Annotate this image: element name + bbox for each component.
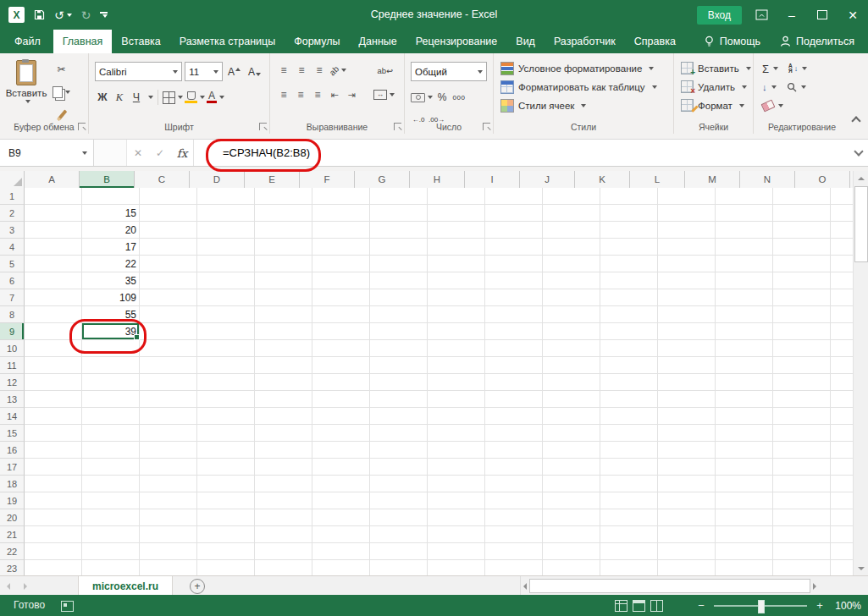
cell-E1[interactable]	[255, 188, 312, 205]
cell-D10[interactable]	[197, 340, 255, 357]
cell-C8[interactable]	[140, 306, 197, 323]
cell-E10[interactable]	[255, 340, 312, 357]
cell-I23[interactable]	[485, 560, 543, 575]
cell-L7[interactable]	[658, 289, 716, 306]
row-header-4[interactable]: 4	[0, 239, 25, 256]
cell-L6[interactable]	[658, 272, 716, 289]
row-header-20[interactable]: 20	[0, 509, 25, 526]
cell-I10[interactable]	[485, 340, 543, 357]
cell-G11[interactable]	[370, 357, 428, 374]
redo-button[interactable]: ↻	[81, 8, 91, 22]
cell-B4[interactable]: 17	[82, 239, 140, 256]
cell-C16[interactable]	[140, 442, 197, 459]
cell-D13[interactable]	[197, 391, 255, 408]
cell-H20[interactable]	[428, 509, 485, 526]
alignment-dialog-launcher[interactable]	[394, 123, 401, 130]
cell-L16[interactable]	[658, 442, 716, 459]
cell-I22[interactable]	[485, 543, 543, 560]
cell-H22[interactable]	[428, 543, 485, 560]
font-color-button[interactable]: А	[207, 89, 224, 106]
close-button[interactable]: ✕	[838, 0, 868, 30]
cell-C7[interactable]	[140, 289, 197, 306]
cell-C21[interactable]	[140, 526, 197, 543]
cell-D7[interactable]	[197, 289, 255, 306]
cell-K23[interactable]	[600, 560, 658, 575]
cell-B3[interactable]: 20	[82, 222, 140, 239]
vertical-scroll-thumb[interactable]	[854, 186, 868, 262]
cell-E8[interactable]	[255, 306, 312, 323]
collapse-ribbon-button[interactable]	[849, 113, 863, 125]
cell-B6[interactable]: 35	[82, 272, 140, 289]
cell-M14[interactable]	[716, 408, 773, 425]
cell-K3[interactable]	[600, 222, 658, 239]
cell-I1[interactable]	[485, 188, 543, 205]
cell-H9[interactable]	[428, 323, 485, 340]
cell-F4[interactable]	[312, 239, 370, 256]
delete-cells-button[interactable]: Удалить	[681, 78, 753, 96]
cell-O6[interactable]	[831, 272, 854, 289]
row-header-12[interactable]: 12	[0, 374, 25, 391]
cell-D21[interactable]	[197, 526, 255, 543]
cell-L22[interactable]	[658, 543, 716, 560]
cell-N12[interactable]	[773, 374, 831, 391]
cell-O23[interactable]	[831, 560, 854, 575]
fill-button[interactable]: ↓	[762, 82, 777, 92]
cell-L12[interactable]	[658, 374, 716, 391]
sheet-grid[interactable]: 1215320417522635710985593910111213141516…	[0, 188, 854, 575]
cell-K5[interactable]	[600, 256, 658, 272]
cell-G21[interactable]	[370, 526, 428, 543]
align-right-button[interactable]: ≡	[310, 86, 325, 103]
cell-E12[interactable]	[255, 374, 312, 391]
clear-button[interactable]	[762, 102, 783, 110]
cell-B8[interactable]: 55	[82, 306, 140, 323]
cell-H4[interactable]	[428, 239, 485, 256]
cell-D17[interactable]	[197, 459, 255, 476]
cell-E13[interactable]	[255, 391, 312, 408]
cell-A6[interactable]	[25, 272, 82, 289]
cell-F13[interactable]	[312, 391, 370, 408]
zoom-level[interactable]: 100%	[832, 600, 861, 612]
cell-I9[interactable]	[485, 323, 543, 340]
cell-J14[interactable]	[543, 408, 600, 425]
cell-N14[interactable]	[773, 408, 831, 425]
cell-K7[interactable]	[600, 289, 658, 306]
column-header-G[interactable]: G	[355, 171, 410, 188]
name-box-dropdown-icon[interactable]	[82, 151, 87, 155]
cell-N6[interactable]	[773, 272, 831, 289]
align-left-button[interactable]: ≡	[276, 86, 291, 103]
cell-B11[interactable]	[82, 357, 140, 374]
percent-style-button[interactable]: %	[434, 89, 450, 106]
macro-record-icon[interactable]	[61, 601, 74, 612]
format-cells-button[interactable]: Формат	[681, 96, 753, 114]
cell-E7[interactable]	[255, 289, 312, 306]
cell-J3[interactable]	[543, 222, 600, 239]
cell-J22[interactable]	[543, 543, 600, 560]
cell-I2[interactable]	[485, 205, 543, 222]
page-layout-view-button[interactable]	[633, 600, 645, 612]
cell-H21[interactable]	[428, 526, 485, 543]
sheet-tab-active[interactable]: microexcel.ru	[78, 576, 173, 596]
align-bottom-button[interactable]: ≡	[312, 62, 327, 79]
cell-C19[interactable]	[140, 492, 197, 509]
cell-B14[interactable]	[82, 408, 140, 425]
cell-N17[interactable]	[773, 459, 831, 476]
cell-D14[interactable]	[197, 408, 255, 425]
cell-M1[interactable]	[716, 188, 773, 205]
undo-button[interactable]: ↺	[54, 8, 72, 22]
cell-G23[interactable]	[370, 560, 428, 575]
row-header-1[interactable]: 1	[0, 188, 25, 205]
cell-K15[interactable]	[600, 425, 658, 442]
scroll-left-button[interactable]	[520, 583, 527, 590]
cell-M13[interactable]	[716, 391, 773, 408]
cell-O1[interactable]	[831, 188, 854, 205]
column-header-M[interactable]: M	[685, 171, 740, 188]
cell-I13[interactable]	[485, 391, 543, 408]
cell-M15[interactable]	[716, 425, 773, 442]
cell-O21[interactable]	[831, 526, 854, 543]
cell-G9[interactable]	[370, 323, 428, 340]
sheet-nav-right-button[interactable]	[17, 576, 34, 596]
column-header-E[interactable]: E	[245, 171, 300, 188]
cell-E3[interactable]	[255, 222, 312, 239]
cell-J16[interactable]	[543, 442, 600, 459]
cell-J4[interactable]	[543, 239, 600, 256]
